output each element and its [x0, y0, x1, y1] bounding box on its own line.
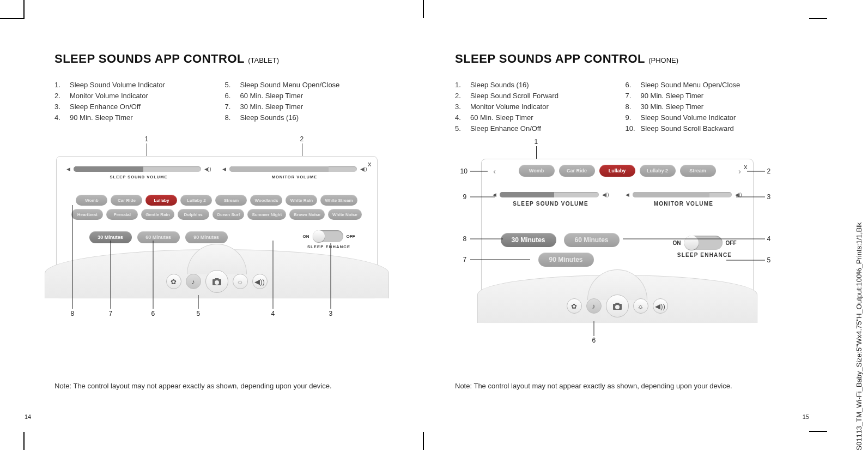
- camera-icon[interactable]: [606, 295, 629, 317]
- callout-8: 8: [71, 310, 75, 317]
- speaker-low-icon: ◀: [66, 166, 70, 172]
- sound-pill[interactable]: White Stream: [320, 195, 357, 206]
- legend-item: 7.90 Min. Sleep Timer: [626, 91, 780, 101]
- sleep-sound-volume-slider[interactable]: ◀ ◀)): [66, 166, 211, 172]
- callout-p3: 3: [767, 193, 771, 201]
- callout-5: 5: [197, 310, 201, 317]
- legend-item: 4.60 Min. Sleep Timer: [455, 112, 609, 123]
- tablet-panel: 1 2 x ◀ ◀)) SLEEP SOUND VOLUME: [56, 145, 378, 303]
- legend-item: 8.Sleep Sounds (16): [225, 112, 379, 123]
- sound-pill[interactable]: Brown Noise: [289, 209, 325, 220]
- speaker-high-icon: ◀)): [602, 192, 609, 197]
- sound-pill[interactable]: Heartbeat: [71, 209, 103, 220]
- monitor-volume-slider[interactable]: ◀ ◀)): [626, 192, 742, 197]
- sound-pill[interactable]: Stream: [215, 195, 247, 206]
- sound-list: WombCar RideLullabyLullaby 2StreamWoodla…: [62, 195, 372, 220]
- sound-pill[interactable]: Womb: [519, 165, 555, 177]
- callout-p10: 10: [460, 167, 468, 175]
- callout-4: 4: [271, 310, 275, 317]
- bulb-icon[interactable]: ☼: [233, 274, 248, 289]
- speaker-high-icon: ◀)): [204, 166, 211, 172]
- callout-p1: 1: [535, 138, 538, 146]
- legend-item: 2.Monitor Volume Indicator: [54, 91, 209, 101]
- sound-list: WombCar RideLullabyLullaby 2Stream: [503, 165, 732, 177]
- callout-7: 7: [109, 310, 113, 317]
- sound-pill[interactable]: White Noise: [328, 209, 362, 220]
- sound-pill[interactable]: Lullaby 2: [180, 195, 212, 206]
- callout-p7: 7: [463, 256, 467, 263]
- legend-item: 1.Sleep Sounds (16): [455, 80, 609, 91]
- callout-p8: 8: [463, 235, 467, 243]
- camera-icon[interactable]: [205, 270, 228, 293]
- sound-pill[interactable]: Prenatal: [106, 209, 138, 220]
- legend-item: 6.Sleep Sound Menu Open/Close: [626, 80, 780, 91]
- bulb-icon[interactable]: ☼: [633, 298, 648, 314]
- sound-pill[interactable]: Car Ride: [111, 195, 142, 206]
- legend-item: 7.30 Min. Sleep Timer: [225, 101, 379, 112]
- chevron-left-icon[interactable]: ‹: [490, 166, 500, 176]
- legend-tablet: 1.Sleep Sound Volume Indicator2.Monitor …: [54, 80, 379, 123]
- sound-pill[interactable]: Stream: [680, 165, 716, 177]
- speaker-low-icon: ◀: [626, 192, 629, 197]
- callout-1: 1: [145, 135, 149, 143]
- timer-pill[interactable]: 90 Minutes: [185, 231, 228, 243]
- legend-phone: 1.Sleep Sounds (16)2.Sleep Sound Scroll …: [455, 80, 779, 134]
- legend-item: 3.Monitor Volume Indicator: [455, 101, 609, 112]
- speaker-high-icon: ◀)): [735, 192, 742, 197]
- gear-icon[interactable]: ✿: [166, 274, 181, 289]
- speaker-low-icon: ◀: [493, 192, 496, 197]
- timer-pill[interactable]: 30 Minutes: [89, 231, 132, 243]
- page-number-14: 14: [25, 413, 31, 420]
- timer-pill[interactable]: 60 Minutes: [564, 233, 620, 247]
- timer-pill[interactable]: 60 Minutes: [137, 231, 180, 243]
- timer-pill[interactable]: 90 Minutes: [538, 253, 594, 267]
- speaker-high-icon: ◀)): [360, 166, 367, 172]
- monitor-volume-slider[interactable]: ◀ ◀)): [222, 166, 367, 172]
- timer-pill[interactable]: 30 Minutes: [501, 233, 556, 247]
- sound-pill[interactable]: Woodlands: [250, 195, 282, 206]
- speaker-icon[interactable]: ◀)): [252, 274, 268, 289]
- sleep-enhance-toggle[interactable]: ON OFF: [673, 236, 737, 250]
- sound-pill[interactable]: Ocean Surf: [213, 209, 245, 220]
- sound-pill[interactable]: Gentle Rain: [141, 209, 174, 220]
- callout-p6: 6: [592, 337, 596, 344]
- speaker-low-icon: ◀: [222, 166, 226, 172]
- phone-panel: 1 x ‹ WombCar RideLullabyLullaby 2Stream…: [465, 148, 770, 328]
- sleep-sound-volume-slider[interactable]: ◀ ◀)): [493, 192, 609, 197]
- legend-item: 6.60 Min. Sleep Timer: [225, 91, 379, 101]
- sound-pill[interactable]: Dolphins: [178, 209, 209, 220]
- note-tablet: Note: The control layout may not appear …: [54, 382, 379, 390]
- legend-item: 5.Sleep Enhance On/Off: [455, 123, 609, 134]
- callout-2: 2: [300, 135, 304, 143]
- gear-icon[interactable]: ✿: [567, 298, 582, 314]
- chevron-right-icon[interactable]: ›: [735, 166, 745, 176]
- sound-pill[interactable]: White Rain: [286, 195, 317, 206]
- sound-pill[interactable]: Womb: [76, 195, 107, 206]
- speaker-icon[interactable]: ◀)): [653, 298, 668, 314]
- callout-6: 6: [151, 310, 155, 317]
- note-phone: Note: The control layout may not appear …: [455, 382, 779, 390]
- heading-phone: SLEEP SOUNDS APP CONTROL (PHONE): [455, 52, 779, 66]
- legend-item: 10.Sleep Sound Scroll Backward: [626, 123, 780, 134]
- heading-tablet: SLEEP SOUNDS APP CONTROL (TABLET): [54, 52, 379, 66]
- sound-pill[interactable]: Car Ride: [559, 165, 595, 177]
- legend-item: 9.Sleep Sound Volume Indicator: [626, 112, 780, 123]
- sound-pill[interactable]: Lullaby: [599, 165, 635, 177]
- legend-item: 5.Sleep Sound Menu Open/Close: [225, 80, 379, 91]
- legend-item: 2.Sleep Sound Scroll Forward: [455, 91, 609, 101]
- page-number-15: 15: [803, 413, 809, 420]
- sleep-enhance-toggle[interactable]: ON OFF: [303, 230, 355, 242]
- callout-p2: 2: [767, 167, 771, 175]
- sound-pill[interactable]: Lullaby 2: [640, 165, 676, 177]
- legend-item: 8.30 Min. Sleep Timer: [626, 101, 780, 112]
- callout-p9: 9: [463, 193, 467, 201]
- callout-p4: 4: [767, 235, 771, 243]
- close-icon[interactable]: x: [368, 160, 372, 168]
- print-spec-label: 849264_INS01113_TM_Wi-Fi_Baby_Size:5"Wx4…: [855, 223, 864, 451]
- callout-3: 3: [329, 310, 333, 317]
- sound-pill[interactable]: Summer Night: [247, 209, 286, 220]
- sound-pill[interactable]: Lullaby: [145, 195, 177, 206]
- callout-p5: 5: [767, 256, 771, 264]
- music-note-icon[interactable]: ♪: [586, 298, 602, 314]
- music-note-icon[interactable]: ♪: [186, 274, 201, 289]
